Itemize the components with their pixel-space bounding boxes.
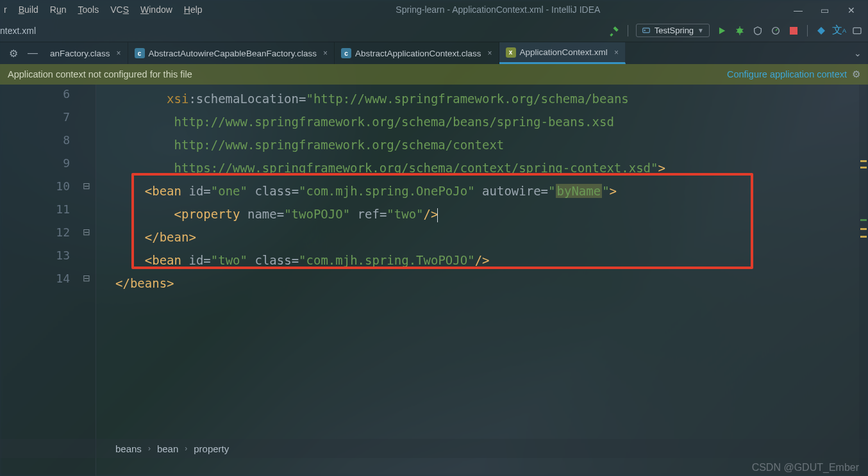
line-number: 14	[38, 272, 70, 285]
git-icon[interactable]	[815, 25, 827, 37]
minimize-icon[interactable]: —	[794, 5, 803, 14]
search-everywhere-icon[interactable]	[851, 25, 863, 37]
menu-help[interactable]: Help	[184, 4, 203, 15]
settings-gear-icon[interactable]: ⚙	[8, 47, 19, 59]
run-tools: TestSpring ▼ 文A	[608, 24, 863, 37]
code-editor[interactable]: 6 7 8 9 10 ⊟ 11 12 ⊟ 13 14 ⊟ xsi:schemaL…	[0, 85, 868, 476]
breadcrumb-item[interactable]: beans	[115, 443, 142, 454]
menu-tools[interactable]: Tools	[78, 4, 99, 15]
stop-icon[interactable]	[788, 25, 799, 37]
fold-end-icon[interactable]: ⊟	[83, 227, 90, 237]
marker-strip[interactable]	[859, 85, 868, 476]
tab-abstractautowire[interactable]: c AbstractAutowireCapableBeanFactory.cla…	[128, 42, 335, 64]
line-number: 12	[38, 226, 70, 239]
window-controls: — ▭ ✕	[794, 5, 864, 14]
line-number: 10	[38, 179, 70, 193]
run-icon[interactable]	[716, 25, 728, 37]
menu-run[interactable]: Run	[50, 4, 67, 15]
breadcrumb-item[interactable]: bean	[157, 443, 178, 454]
tab-label: AbstractApplicationContext.class	[355, 49, 481, 58]
svg-point-2	[737, 28, 742, 33]
class-file-icon: c	[135, 48, 145, 58]
gutter: 6 7 8 9 10 ⊟ 11 12 ⊟ 13 14 ⊟	[0, 85, 96, 476]
tab-label: anFactory.class	[50, 49, 110, 58]
tab-label: AbstractAutowireCapableBeanFactory.class	[149, 49, 317, 58]
banner-gear-icon[interactable]: ⚙	[852, 69, 860, 79]
fold-toggle-icon[interactable]: ⊟	[83, 181, 90, 191]
line-number: 8	[38, 133, 70, 147]
code-content[interactable]: xsi:schemaLocation="http://www.springfra…	[115, 85, 849, 338]
nav-toolbar: ntext.xml TestSpring ▼	[0, 19, 868, 42]
breadcrumb-bar: beans › bean › property	[0, 439, 868, 458]
svg-point-1	[644, 29, 645, 31]
chevron-down-icon[interactable]: ⌄	[854, 48, 862, 58]
line-number: 7	[38, 110, 70, 124]
debug-icon[interactable]	[734, 25, 746, 37]
run-config-label: TestSpring	[655, 26, 694, 35]
run-config-icon	[642, 26, 651, 35]
profiler-icon[interactable]	[770, 25, 781, 37]
xml-file-icon: x	[506, 47, 516, 58]
line-number: 9	[38, 156, 70, 170]
warning-marker[interactable]	[860, 236, 867, 238]
close-tab-icon[interactable]: ×	[614, 48, 619, 57]
chevron-right-icon: ›	[148, 444, 151, 453]
close-icon[interactable]: ✕	[847, 5, 856, 14]
tab-anfactory[interactable]: anFactory.class ×	[44, 42, 128, 64]
menu-build[interactable]: Build	[19, 4, 38, 15]
menubar: r Build Run Tools VCS Window Help Spring…	[0, 0, 868, 19]
coverage-icon[interactable]	[752, 25, 764, 37]
close-tab-icon[interactable]: ×	[488, 49, 492, 58]
breadcrumb-item[interactable]: property	[194, 443, 229, 454]
menu-fragment: r	[4, 4, 7, 15]
tab-abstractapplicationcontext[interactable]: c AbstractApplicationContext.class ×	[335, 42, 499, 64]
notification-banner: Application context not configured for t…	[0, 64, 868, 85]
change-marker[interactable]	[860, 219, 867, 221]
class-file-icon: c	[341, 48, 351, 58]
run-configuration-dropdown[interactable]: TestSpring ▼	[636, 24, 710, 37]
line-number: 13	[38, 249, 70, 262]
window-title: Spring-learn - ApplicationContext.xml - …	[214, 4, 782, 15]
banner-message: Application context not configured for t…	[8, 69, 192, 79]
chevron-down-icon: ▼	[697, 27, 704, 34]
line-number: 6	[38, 87, 70, 101]
menu-vcs[interactable]: VCS	[110, 4, 129, 15]
tab-applicationcontext-xml[interactable]: x ApplicationContext.xml ×	[499, 42, 626, 64]
warning-marker[interactable]	[860, 160, 867, 162]
menu-window[interactable]: Window	[140, 4, 172, 15]
line-number: 11	[38, 202, 70, 216]
svg-rect-0	[642, 28, 649, 32]
close-tab-icon[interactable]: ×	[323, 49, 328, 58]
translate-icon[interactable]: 文A	[833, 25, 845, 37]
chevron-right-icon: ›	[185, 444, 187, 453]
editor-tabs: ⚙ — anFactory.class × c AbstractAutowire…	[0, 42, 868, 64]
svg-rect-4	[853, 28, 861, 33]
warning-marker[interactable]	[860, 167, 867, 168]
hide-tool-icon[interactable]: —	[27, 47, 38, 59]
breadcrumb-filename: ntext.xml	[0, 26, 36, 36]
configure-context-link[interactable]: Configure application context	[727, 69, 847, 79]
build-icon[interactable]	[608, 25, 620, 37]
tab-label: ApplicationContext.xml	[520, 47, 608, 57]
warning-marker[interactable]	[860, 228, 867, 230]
close-tab-icon[interactable]: ×	[117, 49, 121, 58]
maximize-icon[interactable]: ▭	[821, 5, 830, 14]
fold-end-icon[interactable]: ⊟	[83, 273, 90, 283]
